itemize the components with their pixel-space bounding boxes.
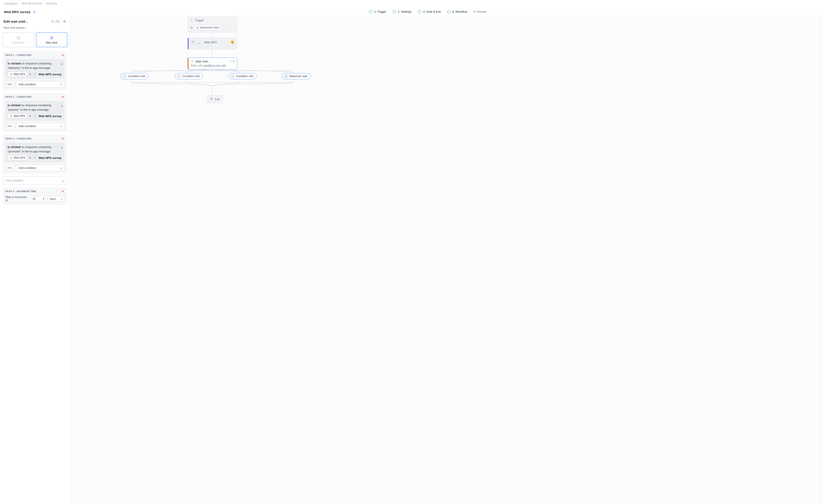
message-pill[interactable]: Web NPS [8, 72, 27, 77]
node-trigger[interactable]: Trigger in ◎ Seasoned Users [187, 17, 237, 32]
breadcrumb-mid[interactable]: Web NPS survey [22, 2, 42, 5]
check-icon: ✓ [392, 10, 396, 14]
close-icon[interactable] [62, 19, 66, 23]
wait-count: 0 [233, 60, 234, 63]
tab-conditions[interactable]: Conditions [3, 32, 34, 47]
page-title: Web NPS survey [4, 10, 30, 14]
branch-chip-1[interactable]: ☺ Condition met [120, 73, 148, 79]
check-icon: ✓ [418, 10, 421, 14]
message-title: Web NPS [204, 41, 228, 44]
max-wait-unit-select[interactable]: days [48, 196, 65, 201]
message-pill[interactable]: Web NPS [8, 114, 27, 119]
condition-box[interactable]: is clicked on response containing "detra… [5, 59, 65, 79]
campaign-icon [33, 114, 37, 118]
check-icon: ✓ [447, 10, 451, 14]
svg-point-1 [18, 37, 19, 38]
max-wait-input[interactable]: 30 [31, 196, 46, 201]
node-exit[interactable]: Exit [207, 95, 223, 103]
step-goal-exit[interactable]: ✓ 3. Goal & Exit [418, 7, 441, 17]
pencil-icon[interactable] [33, 10, 36, 14]
remove-path-icon[interactable]: ✕ [61, 190, 65, 193]
node-id-link[interactable]: ID: 406 [51, 20, 60, 23]
workflow-canvas[interactable]: Trigger in ◎ Seasoned Users [70, 16, 823, 504]
trigger-title: Trigger [195, 19, 204, 22]
step-label: 1. Trigger [374, 10, 386, 13]
remove-condition-icon[interactable] [60, 146, 63, 149]
node-message[interactable]: Web NPS B [187, 37, 237, 49]
window-icon [191, 40, 194, 44]
wait-sub-pre: Wait until [191, 64, 203, 67]
workflow-edges [70, 16, 823, 504]
edit-sidebar: Edit wait until... ID: 406 Wait until pe… [0, 16, 70, 504]
path-heading: PATH 3 - CONDITION [5, 137, 31, 140]
svg-rect-9 [192, 41, 194, 43]
condition-box[interactable]: is clicked on response containing "passi… [5, 101, 65, 121]
chip-label: Condition met [182, 75, 199, 78]
step-label: 3. Goal & Exit [423, 10, 441, 13]
segment-icon: ◎ [196, 26, 198, 29]
survey-name[interactable]: Web NPS survey [39, 156, 61, 160]
step-settings[interactable]: ✓ 2. Settings [392, 7, 412, 17]
max-wait-value: 30 [32, 197, 35, 200]
remove-path-icon[interactable]: ✕ [61, 137, 65, 140]
segment-name: Seasoned Users [200, 26, 219, 29]
stepper-down-icon[interactable] [43, 199, 44, 200]
remove-path-icon[interactable]: ✕ [61, 95, 65, 99]
condition-text: is clicked on response containing "passi… [8, 103, 62, 112]
chip-label: Condition met [236, 75, 253, 78]
step-review[interactable]: 5. Review [474, 7, 486, 17]
tab-max-time[interactable]: Max. time [36, 32, 67, 47]
wait-title: Wait Until... [195, 60, 210, 63]
window-icon [10, 73, 12, 75]
add-condition-select[interactable]: Add condition [16, 81, 65, 88]
breadcrumb: Campaigns / Web NPS survey / Workflow [0, 0, 823, 7]
condition-text: is clicked on response containing "promo… [8, 145, 62, 154]
path-max-card: Path 4 - Maximum Time ✕ Wait a maximum o… [3, 187, 67, 205]
survey-name[interactable]: Web NPS survey [39, 115, 61, 118]
message-pill[interactable]: Web NPS [8, 155, 27, 160]
add-condition-select[interactable]: Add condition [16, 165, 65, 171]
wizard-steps: ✓ 1. Trigger ✓ 2. Settings ✓ 3. Goal & E… [369, 7, 486, 17]
breadcrumb-sep: / [44, 2, 44, 5]
branch-chip-max[interactable]: Maximum wait [282, 73, 311, 79]
tab-label: Conditions [12, 41, 25, 44]
chip-label: Maximum wait [290, 75, 307, 78]
step-trigger[interactable]: ✓ 1. Trigger [369, 7, 386, 17]
add-condition-label: Add condition [6, 179, 23, 182]
wait-sub-link[interactable]: conditions are met [203, 64, 225, 67]
node-accent [188, 38, 189, 49]
svg-point-8 [35, 157, 35, 158]
svg-point-6 [35, 115, 35, 116]
branch-chip-3[interactable]: ☺ Condition met [228, 73, 257, 79]
add-condition-block[interactable]: Add condition [3, 176, 67, 185]
svg-rect-5 [10, 115, 12, 117]
person-icon: ☺ [123, 74, 126, 78]
exit-label: Exit [215, 98, 220, 101]
condition-box[interactable]: is clicked on response containing "promo… [5, 143, 65, 162]
segment-tag[interactable]: ◎ Seasoned Users [194, 25, 221, 30]
window-icon [10, 156, 12, 159]
remove-condition-icon[interactable] [60, 62, 63, 66]
campaign-icon [33, 72, 37, 76]
person-icon [229, 60, 232, 63]
node-wait-until[interactable]: Wait Until... 0 Wait until conditions ar… [187, 57, 237, 69]
step-workflow[interactable]: ✓ 4. Workflow [447, 7, 468, 17]
breadcrumb-sep: / [19, 2, 20, 5]
step-label: 2. Settings [398, 10, 412, 13]
exit-icon [210, 97, 213, 101]
remove-path-icon[interactable]: ✕ [61, 53, 65, 57]
add-condition-select[interactable]: Add condition [16, 123, 65, 129]
alarm-icon [284, 74, 288, 78]
chevron-down-icon [60, 125, 62, 127]
stepper-up-icon[interactable] [43, 198, 44, 199]
chevron-down-icon [60, 166, 62, 169]
remove-condition-icon[interactable] [60, 104, 63, 108]
chevron-down-icon [60, 83, 62, 85]
survey-name[interactable]: Web NPS survey [39, 73, 61, 76]
path-heading: PATH 2 - CONDITION [5, 96, 31, 98]
campaign-icon [33, 156, 37, 160]
pointer-icon [191, 59, 194, 63]
step-label: 5. Review [474, 10, 486, 13]
breadcrumb-root[interactable]: Campaigns [4, 2, 18, 5]
branch-chip-2[interactable]: ☺ Condition met [175, 73, 203, 79]
